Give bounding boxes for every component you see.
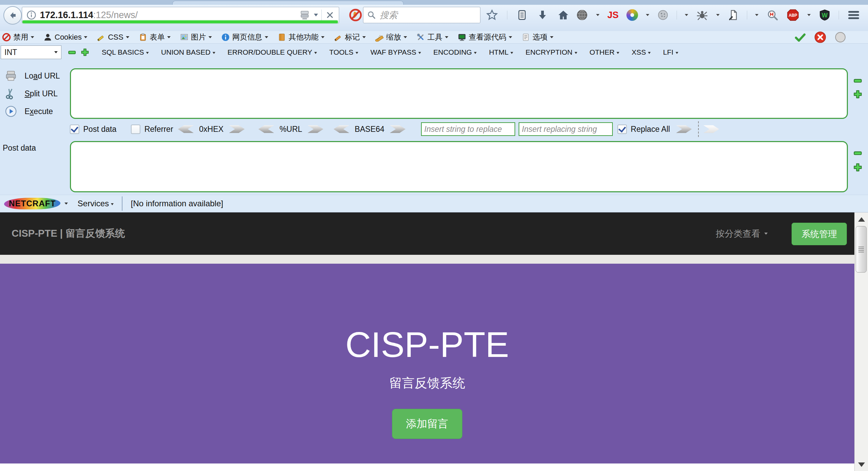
base64-decode-button[interactable]	[334, 125, 349, 134]
url-textarea-shrink-icon[interactable]	[853, 76, 863, 85]
webdev-menu-resize[interactable]: 缩放	[375, 32, 407, 42]
admin-button[interactable]: 系统管理	[792, 223, 847, 245]
bookmark-star-icon[interactable]	[486, 9, 498, 21]
search-bar[interactable]: 搜索	[363, 7, 480, 23]
category-dropdown[interactable]: 按分类查看	[716, 212, 768, 255]
base64-encode-button[interactable]	[390, 125, 406, 134]
cookie-dropdown-icon[interactable]	[685, 14, 688, 16]
hackbar-menu-lfi[interactable]: LFI	[663, 48, 678, 56]
hackbar-url-textarea[interactable]	[70, 68, 848, 119]
hackbar-menu-tools[interactable]: TOOLS	[329, 48, 358, 56]
hackbar-menu-union-based[interactable]: UNION BASED	[161, 48, 215, 56]
page-edit-icon[interactable]	[727, 9, 739, 21]
hackbar-menu-error-double-query[interactable]: ERROR/DOUBLE QUERY	[228, 48, 317, 56]
menu-hamburger-icon[interactable]	[847, 8, 860, 22]
hackbar-menu-xss[interactable]: XSS	[632, 48, 651, 56]
page-content: CISP-PTE | 留言反馈系统 按分类查看 系统管理 CISP-PTE 留言…	[0, 212, 868, 471]
apply-replace-button[interactable]	[676, 125, 692, 134]
spider-dropdown-icon[interactable]	[716, 14, 720, 16]
webdev-menu-cookies[interactable]: Cookies	[43, 33, 87, 42]
webdev-menu-forms[interactable]: 表单	[139, 32, 171, 42]
hackbar-menu-sql-basics[interactable]: SQL BASICS	[102, 48, 149, 56]
hackbar-post-data-textarea[interactable]	[70, 141, 848, 192]
db-type-select[interactable]: INT	[1, 45, 61, 59]
hex-decode-button[interactable]	[178, 125, 194, 134]
abp-dropdown-icon[interactable]	[807, 14, 811, 16]
webdev-menu-options[interactable]: 选项	[521, 32, 553, 42]
page-dropdown-icon[interactable]	[755, 14, 758, 16]
page-scrollbar[interactable]	[854, 212, 868, 471]
split-url-button[interactable]: Split URL	[5, 87, 58, 100]
load-url-button[interactable]: Load URL	[5, 70, 60, 82]
netcraft-logo[interactable]: NETCRAFT	[4, 198, 60, 209]
base64-label: BASE64	[355, 125, 385, 134]
shrink-textarea-icon[interactable]	[68, 48, 76, 57]
proxy-switcher-icon[interactable]	[626, 9, 638, 21]
hex-encode-button[interactable]	[229, 125, 245, 134]
scroll-up-icon[interactable]	[858, 217, 865, 222]
webdev-menu-misc[interactable]: 其他功能	[277, 32, 324, 42]
printer-icon	[5, 70, 17, 82]
url-textarea-grow-icon[interactable]	[853, 89, 863, 99]
apply-replace-ghost-button[interactable]	[704, 125, 719, 134]
post-textarea-shrink-icon[interactable]	[853, 148, 863, 158]
url-decode-button[interactable]	[258, 125, 274, 134]
site-brand[interactable]: CISP-PTE | 留言反馈系统	[12, 212, 125, 255]
url-dropdown-icon[interactable]	[314, 14, 318, 16]
scroll-down-icon[interactable]	[858, 462, 865, 467]
js-toggle-icon[interactable]: JS	[607, 10, 619, 20]
execute-button[interactable]: Execute	[5, 105, 53, 117]
spider-extension-icon[interactable]	[696, 9, 708, 21]
back-button[interactable]	[3, 6, 22, 25]
proxy-dropdown-icon[interactable]	[646, 14, 649, 16]
search-icon[interactable]	[367, 10, 376, 20]
replace-all-label: Replace All	[631, 125, 670, 134]
block-content-icon[interactable]	[349, 8, 362, 22]
webdev-menu-tools[interactable]: 工具	[416, 32, 448, 42]
hackbar-find-icon[interactable]	[766, 9, 779, 21]
scrollbar-thumb[interactable]	[856, 226, 867, 273]
webdev-menu-images[interactable]: 图片	[180, 32, 212, 42]
reading-list-icon[interactable]	[516, 9, 528, 21]
webdev-menu-pageinfo[interactable]: 网页信息	[221, 32, 268, 42]
netcraft-services-menu[interactable]: Services	[77, 199, 114, 208]
validation-error-icon	[814, 31, 826, 43]
globe-extension-icon[interactable]	[576, 9, 588, 21]
back-arrow-icon	[8, 10, 18, 20]
netcraft-site-status: [No information available]	[131, 199, 223, 208]
home-icon[interactable]	[557, 9, 569, 21]
adblock-plus-icon[interactable]: ABP	[786, 9, 799, 22]
stop-icon[interactable]	[325, 10, 335, 20]
globe-dropdown-icon[interactable]	[596, 14, 599, 16]
webdev-menu-disable[interactable]: 禁用	[2, 32, 34, 42]
webdev-menu-viewsource[interactable]: 查看源代码	[458, 32, 512, 42]
site-info-icon[interactable]	[26, 10, 37, 20]
post-textarea-grow-icon[interactable]	[853, 163, 863, 172]
hackbar-menu-encoding[interactable]: ENCODING	[433, 48, 477, 56]
replace-all-checkbox[interactable]	[618, 125, 627, 134]
replace-to-input[interactable]	[519, 122, 613, 136]
abp-label: ABP	[789, 13, 797, 18]
post-data-checkbox[interactable]	[70, 125, 79, 134]
shield-label: W	[822, 12, 828, 19]
hackbar-menu-other[interactable]: OTHER	[590, 48, 620, 56]
hero-subtitle: 留言反馈系统	[0, 375, 854, 392]
site-navbar: CISP-PTE | 留言反馈系统 按分类查看 系统管理	[0, 212, 854, 255]
netcraft-dropdown-icon[interactable]	[64, 203, 68, 205]
shield-extension-icon[interactable]: W	[819, 9, 831, 21]
webdev-menu-css[interactable]: CSS	[97, 33, 129, 42]
urlenc-label: %URL	[279, 125, 302, 134]
downloads-icon[interactable]	[537, 9, 548, 21]
grow-textarea-icon[interactable]	[81, 48, 89, 57]
referrer-checkbox[interactable]	[131, 125, 140, 134]
hackbar-menu-html[interactable]: HTML	[489, 48, 513, 56]
hackbar-options-row: Post data Referrer 0xHEX %URL BASE64 Rep…	[70, 121, 719, 137]
hackbar-menu-waf-bypass[interactable]: WAF BYPASS	[371, 48, 421, 56]
webdev-menu-outline[interactable]: 标记	[334, 32, 366, 42]
cookie-manager-icon[interactable]	[657, 9, 669, 21]
add-message-button[interactable]: 添加留言	[392, 409, 462, 439]
hackbar-menu-encryption[interactable]: ENCRYPTION	[525, 48, 577, 56]
url-encode-button[interactable]	[308, 125, 323, 134]
page-proxy-icon[interactable]	[299, 10, 310, 20]
replace-from-input[interactable]	[421, 122, 515, 136]
